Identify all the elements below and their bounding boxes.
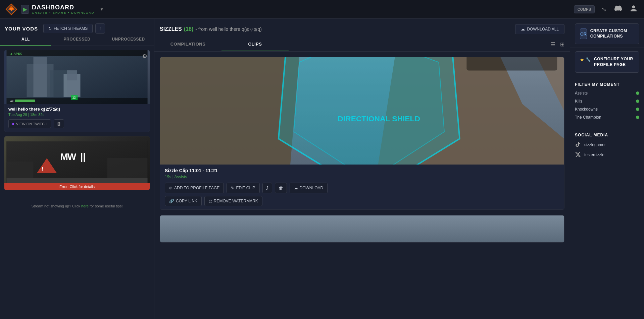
settings-icon[interactable]: ⚙ xyxy=(142,53,147,59)
svg-text:12: 12 xyxy=(72,96,76,99)
vods-actions: ↻ FETCH STREAMS ↑ xyxy=(43,23,105,34)
main-layout: YOUR VODS ↻ FETCH STREAMS ↑ ALL PROCESSE… xyxy=(0,19,644,319)
vod-name: well hello there q(≧▽≦q) xyxy=(8,107,146,112)
stream-tip-link[interactable]: here xyxy=(81,204,89,208)
social-section: SOCIAL MEDIA sizzlegamer testersi xyxy=(570,128,644,166)
svg-text:HP: HP xyxy=(10,100,14,103)
discord-icon[interactable] xyxy=(613,3,623,15)
sizzles-count: (18) xyxy=(184,26,193,32)
download-all-button[interactable]: ☁ DOWNLOAD ALL xyxy=(515,24,564,34)
logo-icon xyxy=(5,3,17,15)
vod-card-error[interactable]: MW || ! Error: Click for details xyxy=(4,136,150,190)
clip-actions-row2: 🔗 COPY LINK ◎ REMOVE WATERMARK xyxy=(165,196,559,206)
tiktok-item: sizzlegamer xyxy=(575,141,639,148)
fetch-streams-button[interactable]: ↻ FETCH STREAMS xyxy=(43,24,93,33)
dropdown-arrow[interactable]: ▼ xyxy=(100,7,104,12)
upload-button[interactable]: ↑ xyxy=(95,23,105,34)
share-button[interactable]: ⤴ xyxy=(262,183,272,193)
filter-assists-label: Assists xyxy=(575,91,588,95)
clip-time: Sizzle Clip 11:01 - 11:21 xyxy=(165,168,559,173)
right-panel: CR CREATE CUSTOM COMPILATIONS ★ 🔧 CONFIG… xyxy=(570,19,644,319)
filter-knockdowns-label: Knockdowns xyxy=(575,107,598,112)
view-on-twitch-button[interactable]: ■ VIEW ON TWITCH xyxy=(8,119,51,128)
grid-view-button[interactable]: ⊞ xyxy=(559,40,566,49)
svg-rect-14 xyxy=(15,100,35,102)
create-compilations-section: CR CREATE CUSTOM COMPILATIONS xyxy=(570,19,644,48)
vods-title: YOUR VODS xyxy=(5,26,38,31)
filter-champion-indicator xyxy=(636,116,639,119)
filter-kills-label: Kills xyxy=(575,99,582,104)
social-title: SOCIAL MEDIA xyxy=(575,133,639,137)
copy-link-button[interactable]: 🔗 COPY LINK xyxy=(165,196,202,206)
svg-rect-52 xyxy=(466,57,557,71)
vod-date: Tue Aug 29 | 18m 32s xyxy=(8,113,146,117)
vod-card[interactable]: ▲ APEX HP 12 ⚙ well hello there q(≧▽≦q) … xyxy=(4,50,150,132)
filter-assists[interactable]: Assists xyxy=(575,91,639,95)
tab-unprocessed[interactable]: UNPROCESSED xyxy=(103,34,154,46)
mw2-screenshot: MW || ! xyxy=(4,141,150,185)
logo: ▶ DASHBOARD CREATE • SHARE • DOWNLOAD ▼ xyxy=(5,3,104,15)
cloud-download-icon: ☁ xyxy=(521,27,525,31)
sizzles-tabs: COMPILATIONS CLIPS ☰ ⊞ xyxy=(154,38,570,52)
vod-thumbnail: ▲ APEX HP 12 ⚙ xyxy=(4,50,150,104)
filter-section: FILTER BY MOMENT Assists Kills Knockdown… xyxy=(570,77,644,128)
create-compilations-card[interactable]: CR CREATE CUSTOM COMPILATIONS xyxy=(575,23,639,44)
vod-thumbnail-mw2: MW || ! Error: Click for details xyxy=(4,136,150,190)
filter-assists-indicator xyxy=(636,91,639,95)
clip-screenshot: DIRECTIONAL SHIELD 28 N ..... E xyxy=(160,57,564,165)
list-view-button[interactable]: ☰ xyxy=(549,40,557,49)
tab-all[interactable]: ALL xyxy=(0,34,51,46)
create-compilations-label: CREATE CUSTOM COMPILATIONS xyxy=(590,28,634,39)
sizzles-content: DIRECTIONAL SHIELD 28 N ..... E xyxy=(154,52,570,319)
download-button[interactable]: ☁ DOWNLOAD xyxy=(290,183,328,193)
vods-tabs: ALL PROCESSED UNPROCESSED xyxy=(0,34,154,46)
filter-kills[interactable]: Kills xyxy=(575,99,639,104)
delete-clip-button[interactable]: 🗑 xyxy=(275,183,287,193)
filter-knockdowns[interactable]: Knockdowns xyxy=(575,107,639,112)
sizzles-title: SIZZLES xyxy=(160,26,182,32)
stream-tip: Stream not showing up? Click here for so… xyxy=(4,201,150,211)
delete-vod-button[interactable]: 🗑 xyxy=(54,119,64,128)
vods-list: ▲ APEX HP 12 ⚙ well hello there q(≧▽≦q) … xyxy=(0,46,154,319)
tab-clips[interactable]: CLIPS xyxy=(221,38,289,51)
sizzles-header: SIZZLES (18) - from well hello there q(≧… xyxy=(154,19,570,34)
svg-marker-30 xyxy=(160,57,299,165)
svg-text:||: || xyxy=(81,151,86,162)
configure-profile-card[interactable]: ★ 🔧 CONFIGURE YOUR PROFILE PAGE xyxy=(575,51,639,73)
twitch-icon: ■ xyxy=(12,122,14,126)
clip-card: DIRECTIONAL SHIELD 28 N ..... E xyxy=(160,57,564,210)
svg-text:▲ APEX: ▲ APEX xyxy=(10,52,22,55)
topbar-right: COMPS ⤡ xyxy=(574,3,639,15)
clip-details: 19s | Assists xyxy=(165,175,559,179)
vods-panel: YOUR VODS ↻ FETCH STREAMS ↑ ALL PROCESSE… xyxy=(0,19,154,319)
tab-processed[interactable]: PROCESSED xyxy=(51,34,103,46)
tab-compilations[interactable]: COMPILATIONS xyxy=(154,38,221,51)
svg-text:DIRECTIONAL SHIELD: DIRECTIONAL SHIELD xyxy=(338,114,420,123)
wrench-icon: 🔧 xyxy=(586,57,591,62)
twitter-handle: testersizzle xyxy=(584,152,604,157)
configure-section: ★ 🔧 CONFIGURE YOUR PROFILE PAGE xyxy=(570,48,644,77)
topbar: ▶ DASHBOARD CREATE • SHARE • DOWNLOAD ▼ … xyxy=(0,0,644,19)
view-buttons: ☰ ⊞ xyxy=(549,40,570,49)
profile-icon[interactable] xyxy=(629,3,639,15)
refresh-icon: ↻ xyxy=(48,26,52,31)
add-to-profile-button[interactable]: ⊕ ADD TO PROFILE PAGE xyxy=(165,183,224,193)
clip-card-2: N .... E .... S S SQUADS LEFT xyxy=(160,215,564,243)
filter-champion[interactable]: The Champion xyxy=(575,115,639,120)
tiktok-icon xyxy=(575,141,582,148)
svg-rect-10 xyxy=(7,50,148,56)
remove-watermark-button[interactable]: ◎ REMOVE WATERMARK xyxy=(204,196,262,206)
clip-meta: Sizzle Clip 11:01 - 11:21 19s | Assists … xyxy=(160,165,564,209)
sizzles-subtitle: - from well hello there q(≧▽≦q) xyxy=(195,26,262,32)
comps-button[interactable]: COMPS xyxy=(574,5,595,13)
link-icon: 🔗 xyxy=(169,199,174,203)
filter-kills-indicator xyxy=(636,100,639,103)
svg-text:MW: MW xyxy=(60,151,77,162)
edit-icon: ✎ xyxy=(231,186,234,190)
error-overlay: Error: Click for details xyxy=(4,183,150,190)
expand-icon[interactable]: ⤡ xyxy=(600,4,608,14)
download-icon: ☁ xyxy=(294,186,298,190)
vod-settings[interactable]: ⚙ xyxy=(142,53,147,59)
filter-title: FILTER BY MOMENT xyxy=(575,82,639,87)
edit-clip-button[interactable]: ✎ EDIT CLIP xyxy=(227,183,259,193)
